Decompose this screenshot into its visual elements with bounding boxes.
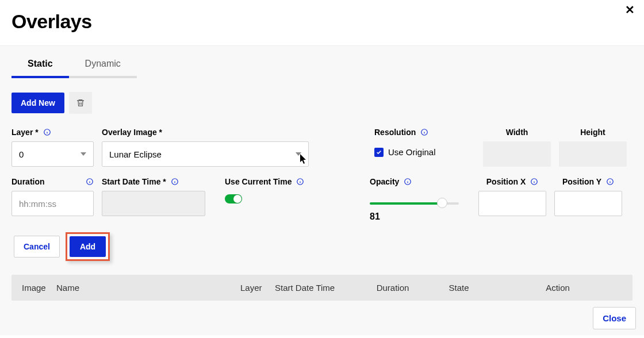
chevron-down-icon	[80, 151, 86, 157]
add-new-button[interactable]: Add New	[12, 93, 64, 113]
toolbar: Add New	[0, 76, 644, 114]
position-y-label-row: Position Y	[554, 177, 622, 186]
cancel-button[interactable]: Cancel	[14, 236, 60, 258]
add-button[interactable]: Add	[70, 236, 106, 257]
tabs: Static Dynamic	[0, 46, 644, 76]
tab-dynamic-underline	[69, 76, 137, 78]
duration-input[interactable]	[12, 191, 94, 216]
form-actions: Cancel Add	[0, 222, 644, 261]
field-start-date-time: Start Date Time *	[102, 177, 205, 222]
trash-icon	[76, 98, 85, 107]
body: Static Dynamic Add New Lay	[0, 45, 644, 335]
height-label-row: Height	[559, 128, 627, 137]
info-icon[interactable]	[86, 178, 94, 186]
field-resolution: Resolution Use Original	[374, 128, 475, 167]
overlay-image-value: Lunar Eclipse	[109, 149, 162, 159]
height-input-disabled	[559, 141, 627, 167]
opacity-label-row: Opacity	[370, 177, 470, 186]
form-row-1: Layer * 0 Overlay Image * Lunar	[0, 114, 644, 167]
field-use-current-time: Use Current Time	[225, 177, 323, 222]
info-icon[interactable]	[606, 178, 614, 186]
info-icon[interactable]	[404, 178, 412, 186]
use-current-time-label: Use Current Time	[225, 177, 292, 186]
field-position-y: Position Y	[554, 177, 622, 222]
position-x-input[interactable]	[478, 191, 546, 216]
opacity-value: 81	[370, 212, 470, 222]
duration-label: Duration	[12, 177, 45, 186]
use-original-checkbox[interactable]	[374, 148, 384, 157]
th-name: Name	[56, 283, 240, 293]
info-icon[interactable]	[43, 128, 51, 136]
add-button-highlight: Add	[66, 232, 110, 261]
overlays-page: ✕ Overlays Static Dynamic Add New	[0, 0, 644, 338]
tab-dynamic-label: Dynamic	[85, 59, 121, 68]
field-position-x: Position X	[478, 177, 546, 222]
footer: Close	[593, 307, 636, 329]
use-original-label: Use Original	[388, 147, 436, 157]
position-y-input[interactable]	[554, 191, 622, 216]
page-title: Overlays	[12, 10, 632, 33]
info-icon[interactable]	[530, 178, 538, 186]
th-image: Image	[22, 283, 56, 293]
overlay-image-label: Overlay Image *	[102, 128, 162, 137]
chevron-down-icon	[296, 151, 301, 157]
layer-label-row: Layer *	[12, 128, 94, 137]
overlay-image-label-row: Overlay Image *	[102, 128, 309, 137]
tab-static[interactable]: Static	[12, 55, 69, 76]
resolution-label: Resolution	[374, 128, 416, 137]
slider-knob[interactable]	[437, 198, 447, 208]
height-label: Height	[580, 128, 605, 137]
slider-fill	[370, 202, 442, 205]
position-x-label-row: Position X	[478, 177, 546, 186]
layer-label: Layer *	[12, 128, 39, 137]
use-current-time-label-row: Use Current Time	[225, 177, 323, 186]
width-label: Width	[506, 128, 528, 137]
resolution-label-row: Resolution	[374, 128, 475, 137]
header: Overlays	[0, 0, 644, 45]
start-date-time-input-disabled	[102, 191, 205, 216]
tab-static-label: Static	[28, 59, 53, 68]
table-header: Image Name Layer Start Date Time Duratio…	[12, 275, 632, 301]
width-label-row: Width	[483, 128, 551, 137]
field-duration: Duration	[12, 177, 94, 222]
field-overlay-image: Overlay Image * Lunar Eclipse	[102, 128, 309, 167]
close-button[interactable]: Close	[593, 307, 636, 329]
th-action: Action	[493, 283, 622, 293]
start-date-time-label-row: Start Date Time *	[102, 177, 205, 186]
info-icon[interactable]	[171, 178, 179, 186]
layer-select[interactable]: 0	[12, 141, 94, 167]
delete-button[interactable]	[69, 92, 92, 114]
opacity-label: Opacity	[370, 177, 399, 186]
field-width: Width	[483, 128, 551, 167]
use-current-time-toggle[interactable]	[225, 194, 242, 203]
tab-static-underline	[12, 76, 69, 78]
field-height: Height	[559, 128, 627, 167]
close-icon[interactable]: ✕	[622, 3, 638, 16]
width-input-disabled	[483, 141, 551, 167]
layer-value: 0	[19, 149, 24, 159]
toggle-knob	[233, 195, 241, 203]
th-duration: Duration	[361, 283, 424, 293]
th-layer: Layer	[240, 283, 275, 293]
tab-dynamic[interactable]: Dynamic	[69, 55, 137, 76]
form-row-2: Duration Start Date Time *	[0, 167, 644, 222]
position-y-label: Position Y	[562, 177, 601, 186]
duration-label-row: Duration	[12, 177, 94, 186]
opacity-slider[interactable]	[370, 202, 459, 205]
th-state: State	[424, 283, 493, 293]
use-original-row: Use Original	[374, 147, 475, 157]
field-opacity: Opacity 81	[370, 177, 470, 222]
th-start-date-time: Start Date Time	[275, 283, 361, 293]
overlay-image-select[interactable]: Lunar Eclipse	[102, 141, 309, 167]
info-icon[interactable]	[420, 128, 428, 136]
start-date-time-label: Start Date Time *	[102, 177, 166, 186]
field-layer: Layer * 0	[12, 128, 94, 167]
position-x-label: Position X	[486, 177, 526, 186]
info-icon[interactable]	[296, 178, 304, 186]
